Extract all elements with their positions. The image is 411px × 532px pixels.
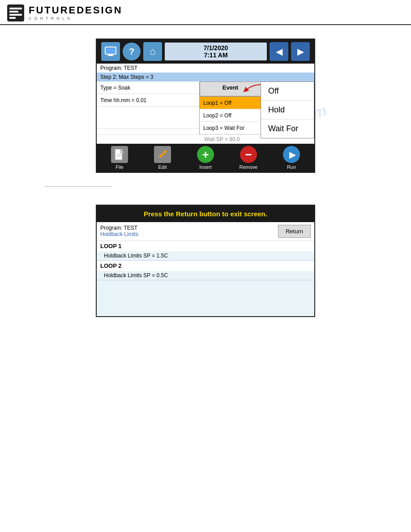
ui-columns: Type = Soak Time hh.mm = 0.01 Event	[97, 82, 314, 134]
loop1-label: Loop1 = Off	[203, 100, 231, 106]
arrow-left-icon: ◀	[276, 46, 283, 57]
loop1-sp-row: Holdback Limits SP = 1.5C	[97, 251, 314, 261]
svg-rect-3	[9, 14, 22, 16]
panel2-program: Program: TEST	[100, 225, 278, 231]
ui-panel-1-wrap: manualshive.com ? ⌂	[96, 39, 315, 173]
return-button[interactable]: Return	[278, 225, 311, 238]
home-button[interactable]: ⌂	[143, 42, 162, 61]
edit-icon	[154, 146, 171, 163]
type-row: Type = Soak	[97, 82, 199, 94]
logo-icon	[7, 4, 24, 21]
run-label: Run	[287, 164, 296, 170]
ui-panel-1: ? ⌂ 7/1/2020 7:11 AM ◀ ▶ Program: TEST	[96, 39, 315, 173]
time-line: 7:11 AM	[168, 51, 263, 59]
datetime-display: 7/1/2020 7:11 AM	[165, 43, 267, 60]
panel2-subtitle: Holdback Limits	[100, 231, 278, 237]
file-icon	[111, 146, 128, 163]
run-button[interactable]: ▶ Run	[271, 146, 312, 170]
dropdown-item-hold[interactable]: Hold	[261, 101, 314, 120]
page-header: FUTUREDESIGN CONTROLS	[0, 0, 411, 25]
svg-rect-7	[107, 56, 114, 56]
edit-button[interactable]: Edit	[142, 146, 183, 170]
svg-rect-2	[9, 11, 18, 13]
panel2-labels: Program: TEST Holdback Limits	[100, 225, 278, 237]
file-label: File	[116, 164, 124, 170]
loop2-header: LOOP 2	[97, 261, 314, 271]
arrow-annotation	[239, 82, 263, 95]
panel2-empty-area	[97, 280, 314, 316]
remove-icon: −	[240, 146, 257, 163]
svg-rect-1	[9, 8, 22, 9]
panel2-header: Press the Return button to exit screen.	[97, 206, 314, 222]
logo-text-group: FUTUREDESIGN CONTROLS	[29, 5, 123, 21]
run-icon: ▶	[283, 146, 300, 163]
help-icon: ?	[129, 47, 134, 57]
loop2-label: Loop2 = Off	[203, 112, 231, 119]
date-line: 7/1/2020	[168, 44, 263, 51]
remove-button[interactable]: − Remove	[228, 146, 269, 170]
right-column: Event	[200, 82, 314, 134]
program-label: Program: TEST	[97, 64, 314, 73]
ui-main-area: Program: TEST Step 2: Max Steps = 3 Type…	[97, 64, 314, 144]
logo-subtitle: CONTROLS	[29, 16, 123, 21]
remove-label: Remove	[240, 164, 258, 170]
ui-toolbar: File Edit + Inser	[97, 144, 314, 172]
step-label: Step 2: Max Steps = 3	[97, 73, 314, 82]
insert-button[interactable]: + Insert	[185, 146, 226, 170]
insert-label: Insert	[199, 164, 212, 170]
ui-panel-2: Press the Return button to exit screen. …	[96, 205, 315, 317]
edit-label: Edit	[158, 164, 167, 170]
ui-topbar: ? ⌂ 7/1/2020 7:11 AM ◀ ▶	[97, 39, 314, 64]
home-icon: ⌂	[150, 46, 155, 57]
svg-rect-12	[164, 150, 167, 153]
section-divider	[45, 186, 112, 187]
back-button[interactable]: ◀	[270, 42, 288, 61]
monitor-button[interactable]	[101, 42, 120, 61]
page-content: manualshive.com ? ⌂	[0, 25, 411, 330]
dropdown-item-off[interactable]: Off	[261, 82, 314, 101]
empty-row-1	[97, 107, 199, 129]
svg-rect-8	[106, 48, 115, 53]
time-row: Time hh.mm = 0.01	[97, 94, 199, 107]
dropdown-item-wait-for[interactable]: Wait For	[261, 120, 314, 138]
dropdown-menu: Off Hold Wait For	[261, 82, 314, 138]
loop2-sp-row: Holdback Limits SP = 0.5C	[97, 271, 314, 280]
help-button[interactable]: ?	[123, 43, 141, 60]
logo-title: FUTUREDESIGN	[29, 5, 123, 15]
left-column: Type = Soak Time hh.mm = 0.01	[97, 82, 200, 134]
panel2-info-row: Program: TEST Holdback Limits Return	[97, 222, 314, 241]
monitor-icon	[105, 47, 116, 56]
forward-button[interactable]: ▶	[291, 42, 310, 61]
svg-rect-6	[108, 55, 113, 56]
arrow-right-icon: ▶	[297, 46, 304, 57]
svg-rect-4	[9, 17, 16, 19]
svg-rect-0	[7, 4, 24, 21]
file-button[interactable]: File	[99, 146, 140, 170]
insert-icon: +	[197, 146, 214, 163]
loop3-label: Loop3 = Wait For	[203, 125, 244, 131]
loop1-header: LOOP 1	[97, 241, 314, 251]
